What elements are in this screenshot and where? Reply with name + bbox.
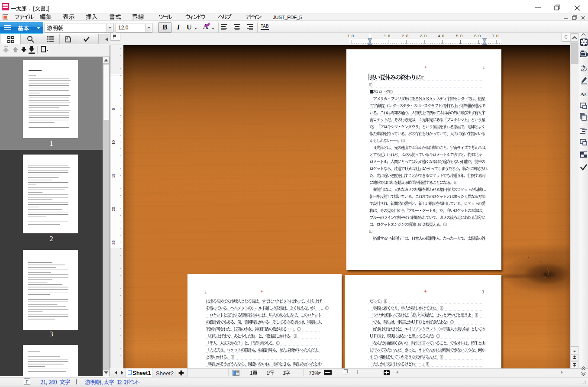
svg-text:A: A <box>584 92 587 97</box>
